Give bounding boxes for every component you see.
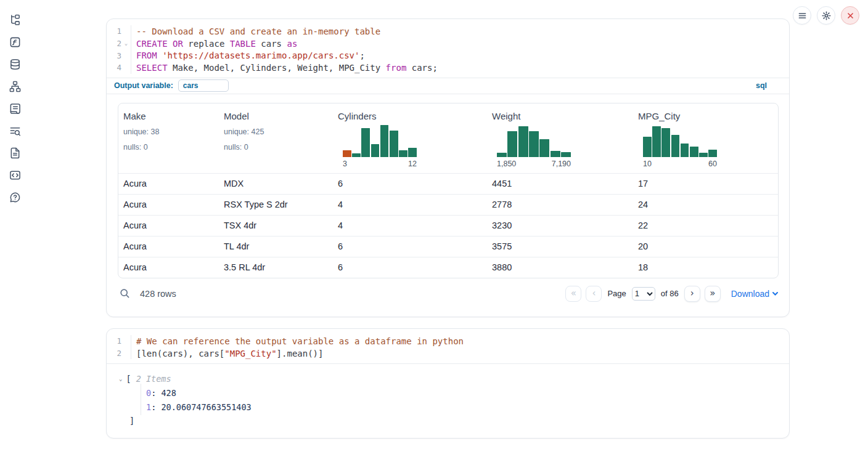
fold-spacer	[121, 49, 131, 62]
histogram-bar	[371, 144, 380, 157]
data-sources-icon[interactable]	[9, 58, 21, 70]
entry-separator: :	[151, 402, 161, 412]
token	[168, 39, 173, 49]
code-line: 2⌄CREATE OR replace TABLE cars as	[107, 38, 789, 50]
row-count: 428 rows	[140, 289, 176, 299]
table-cell: 22	[633, 216, 778, 236]
histogram-bar	[708, 150, 717, 157]
line-number: 1	[107, 26, 121, 36]
token: cars	[256, 39, 287, 49]
entry-separator: :	[151, 388, 161, 398]
table-row[interactable]: AcuraMDX6445117	[118, 173, 778, 194]
axis-max-label: 7,190	[552, 160, 571, 168]
histogram-bars	[497, 125, 571, 157]
table-cell: 4	[333, 195, 487, 215]
table-row[interactable]: AcuraTL 4dr6357520	[118, 236, 778, 257]
download-button[interactable]: Download	[731, 289, 779, 299]
token: # We can reference the output variable a…	[136, 336, 464, 346]
table-row[interactable]: Acura3.5 RL 4dr6388018	[118, 257, 778, 278]
logs-icon[interactable]	[9, 102, 21, 115]
table-body: AcuraMDX6445117AcuraRSX Type S 2dr427782…	[118, 173, 778, 278]
python-code-editor[interactable]: 1# We can reference the output variable …	[107, 329, 789, 359]
scratchpad-icon[interactable]	[9, 169, 21, 181]
column-header-cylinders[interactable]: Cylinders312	[333, 103, 487, 173]
histogram-bar	[661, 128, 670, 157]
column-label: Model	[224, 111, 328, 121]
dependency-graph-icon[interactable]	[9, 80, 21, 92]
histogram-bar	[352, 153, 361, 157]
last-page-button[interactable]: »	[705, 286, 721, 302]
fold-chevron-icon[interactable]: ⌄	[121, 38, 131, 50]
table-row[interactable]: AcuraTSX 4dr4323022	[118, 215, 778, 236]
search-icon[interactable]	[118, 287, 131, 301]
table-cell: 20	[633, 237, 778, 257]
table-row[interactable]: AcuraRSX Type S 2dr4277824	[118, 194, 778, 215]
file-explorer-icon[interactable]	[9, 14, 21, 26]
column-header-make[interactable]: Makeunique: 38nulls: 0	[118, 103, 219, 173]
token: TABLE	[230, 39, 256, 49]
shutdown-close-button[interactable]	[841, 6, 859, 25]
output-variable-input[interactable]	[178, 79, 229, 92]
documentation-icon[interactable]	[9, 147, 21, 159]
column-header-weight[interactable]: Weight1,8507,190	[487, 103, 633, 173]
histogram-axis: 1,8507,190	[497, 160, 571, 168]
histogram-bar	[399, 150, 407, 157]
open-bracket: [	[126, 374, 131, 384]
column-histogram: 312	[343, 125, 417, 168]
code-line: 4SELECT Make, Model, Cylinders, Weight, …	[107, 62, 789, 74]
table-cell: Acura	[118, 237, 219, 257]
token	[157, 51, 162, 60]
column-label: Make	[123, 111, 214, 121]
language-badge: sql	[756, 81, 767, 90]
token: 'https://datasets.marimo.app/cars.csv'	[162, 51, 359, 60]
previous-page-button[interactable]: ‹	[586, 286, 602, 302]
left-sidebar	[0, 0, 30, 449]
code-line: 1# We can reference the output variable …	[107, 335, 789, 347]
column-histogram: 1,8507,190	[497, 125, 571, 168]
entry-index: 0	[146, 388, 151, 398]
token: cars;	[406, 63, 438, 73]
fold-spacer	[121, 335, 131, 347]
code-line: 2[len(cars), cars["MPG_City"].mean()]	[107, 347, 789, 360]
code-text: SELECT Make, Model, Cylinders, Weight, M…	[131, 63, 438, 73]
histogram-bar	[529, 131, 539, 157]
histogram-bar	[361, 128, 370, 157]
page-select[interactable]: 1	[632, 287, 655, 301]
next-page-button[interactable]: ›	[684, 286, 700, 302]
settings-gear-button[interactable]	[817, 6, 835, 25]
code-text: # We can reference the output variable a…	[131, 336, 464, 346]
histogram-bar	[643, 137, 652, 157]
table-cell: MDX	[219, 174, 333, 194]
collapse-chevron-icon[interactable]: ⌄	[119, 376, 122, 382]
variables-icon[interactable]	[9, 36, 21, 48]
table-cell: 4451	[487, 174, 633, 194]
table-cell: RSX Type S 2dr	[219, 195, 333, 215]
first-page-button[interactable]: «	[565, 286, 581, 302]
python-output: ⌄ [ 2 Items 0: 4281: 20.060747663551403 …	[107, 364, 789, 427]
column-header-model[interactable]: Modelunique: 425nulls: 0	[219, 103, 333, 173]
snippets-icon[interactable]	[9, 124, 21, 137]
code-text: [len(cars), cars["MPG_City"].mean()]	[131, 349, 323, 358]
axis-max-label: 60	[708, 160, 717, 168]
page-total-label: of 86	[661, 289, 679, 298]
table-cell: 3880	[487, 257, 633, 278]
histogram-bar	[681, 144, 689, 157]
token: SELECT	[136, 63, 168, 73]
menu-button[interactable]	[793, 6, 811, 25]
column-stats: nulls: 0	[224, 142, 328, 153]
token: OR	[173, 39, 183, 49]
help-icon[interactable]	[9, 191, 21, 203]
token: [len(cars), cars[	[136, 349, 224, 358]
line-number: 1	[107, 336, 121, 346]
sql-code-editor[interactable]: 1-- Download a CSV and create an in-memo…	[107, 19, 789, 74]
token: ;	[359, 51, 364, 60]
token: FROM	[136, 51, 157, 60]
column-histogram: 1060	[643, 125, 717, 168]
table-cell: 17	[633, 174, 778, 194]
histogram-bars	[343, 125, 417, 157]
list-entry: 0: 428	[146, 386, 777, 400]
line-number: 3	[107, 51, 121, 60]
table-footer: 428 rows « ‹ Page 1 of 86 › » Download	[107, 278, 789, 313]
entry-value: 20.060747663551403	[161, 402, 251, 412]
column-header-mpg_city[interactable]: MPG_City1060	[633, 103, 778, 173]
